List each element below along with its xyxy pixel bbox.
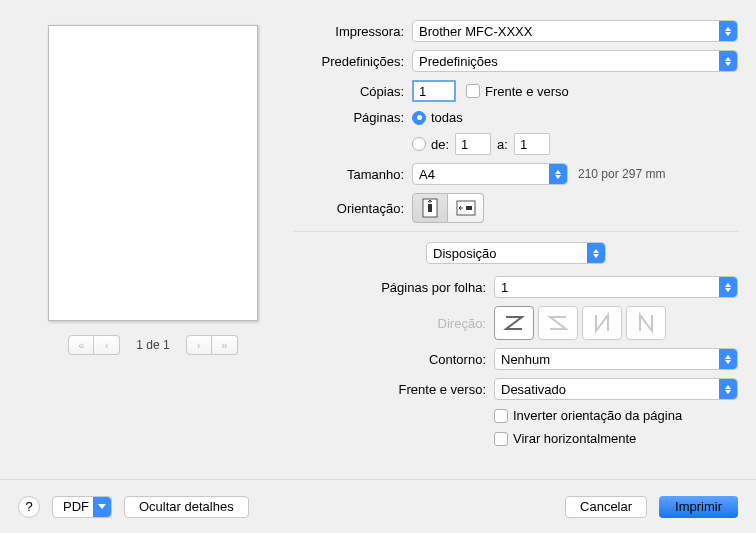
direction-n2-icon — [634, 311, 658, 335]
page-indicator: 1 de 1 — [136, 338, 169, 352]
hide-details-button[interactable]: Ocultar detalhes — [124, 496, 249, 518]
presets-select[interactable]: Predefinições — [412, 50, 738, 72]
paper-dimensions: 210 por 297 mm — [578, 167, 665, 181]
chevron-updown-icon — [719, 21, 737, 41]
flip-horizontal-checkbox[interactable] — [494, 432, 508, 446]
copies-input[interactable] — [412, 80, 456, 102]
pages-label: Páginas: — [294, 110, 404, 125]
paper-size-select[interactable]: A4 — [412, 163, 568, 185]
next-page-button[interactable]: › — [186, 335, 212, 355]
pages-per-sheet-label: Páginas por folha: — [338, 280, 486, 295]
orientation-label: Orientação: — [294, 201, 404, 216]
chevron-updown-icon — [587, 243, 605, 263]
pages-all-radio[interactable] — [412, 111, 426, 125]
pages-range-radio[interactable] — [412, 137, 426, 151]
help-button[interactable]: ? — [18, 496, 40, 518]
chevron-updown-icon — [549, 164, 567, 184]
duplex-label: Frente e verso: — [338, 382, 486, 397]
layout-direction-2-button[interactable] — [538, 306, 578, 340]
flip-horizontal-label: Virar horizontalmente — [513, 431, 636, 446]
layout-direction-3-button[interactable] — [582, 306, 622, 340]
last-page-button[interactable]: » — [212, 335, 238, 355]
landscape-icon — [456, 200, 476, 216]
svg-rect-3 — [466, 206, 472, 210]
print-button[interactable]: Imprimir — [659, 496, 738, 518]
pages-from-input[interactable] — [455, 133, 491, 155]
pages-to-input[interactable] — [514, 133, 550, 155]
two-sided-label: Frente e verso — [485, 84, 569, 99]
reverse-orientation-checkbox[interactable] — [494, 409, 508, 423]
print-preview — [48, 25, 258, 321]
chevron-updown-icon — [719, 51, 737, 71]
chevron-updown-icon — [719, 379, 737, 399]
layout-direction-1-button[interactable] — [494, 306, 534, 340]
portrait-icon — [422, 198, 438, 218]
direction-n-icon — [590, 311, 614, 335]
prev-page-button[interactable]: ‹ — [94, 335, 120, 355]
direction-s-icon — [546, 311, 570, 335]
orientation-landscape-button[interactable] — [448, 193, 484, 223]
pdf-dropdown[interactable]: PDF — [52, 496, 112, 518]
svg-rect-1 — [428, 204, 432, 212]
pages-from-label: de: — [431, 137, 449, 152]
pages-to-label: a: — [497, 137, 508, 152]
layout-direction-label: Direção: — [338, 316, 486, 331]
printer-label: Impressora: — [294, 24, 404, 39]
cancel-button[interactable]: Cancelar — [565, 496, 647, 518]
first-page-button[interactable]: « — [68, 335, 94, 355]
two-sided-checkbox[interactable] — [466, 84, 480, 98]
presets-label: Predefinições: — [294, 54, 404, 69]
border-select[interactable]: Nenhum — [494, 348, 738, 370]
pages-all-label: todas — [431, 110, 463, 125]
help-icon: ? — [25, 499, 32, 514]
direction-z-icon — [502, 311, 526, 335]
duplex-select[interactable]: Desativado — [494, 378, 738, 400]
printer-select[interactable]: Brother MFC-XXXX — [412, 20, 738, 42]
chevron-updown-icon — [719, 349, 737, 369]
border-label: Contorno: — [338, 352, 486, 367]
size-label: Tamanho: — [294, 167, 404, 182]
chevron-down-icon — [93, 497, 111, 517]
section-select[interactable]: Disposição — [426, 242, 606, 264]
orientation-portrait-button[interactable] — [412, 193, 448, 223]
reverse-orientation-label: Inverter orientação da página — [513, 408, 682, 423]
chevron-updown-icon — [719, 277, 737, 297]
pages-per-sheet-select[interactable]: 1 — [494, 276, 738, 298]
copies-label: Cópias: — [294, 84, 404, 99]
layout-direction-4-button[interactable] — [626, 306, 666, 340]
preview-pager: « ‹ 1 de 1 › » — [68, 335, 237, 355]
